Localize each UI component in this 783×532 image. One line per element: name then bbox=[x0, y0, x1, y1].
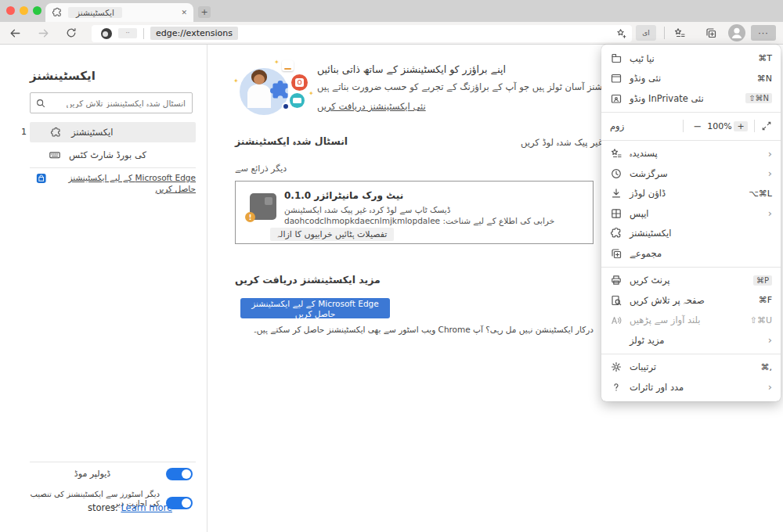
search-input[interactable] bbox=[46, 99, 192, 108]
target-badge bbox=[282, 102, 290, 110]
menu-item-read-aloud[interactable]: بلند آواز سے پڑھیں⇧⌘U bbox=[601, 311, 781, 331]
profile-avatar[interactable] bbox=[728, 24, 745, 41]
menu-item-new-tab[interactable]: نیا ٹیب⌘T bbox=[601, 49, 781, 69]
collections-icon[interactable] bbox=[705, 27, 717, 39]
reload-button[interactable] bbox=[65, 27, 78, 39]
menu-zoom-row: زوم−100%+ bbox=[601, 116, 781, 137]
other-stores-toggle[interactable] bbox=[166, 497, 193, 509]
search-box[interactable] bbox=[30, 92, 193, 113]
minimize-window-button[interactable] bbox=[20, 6, 28, 15]
warning-badge-icon: ! bbox=[245, 212, 255, 222]
menu-item-label: ڈاؤن لوڈز bbox=[630, 188, 666, 199]
sparkle-icon: ✦ bbox=[274, 59, 280, 66]
menu-separator bbox=[601, 354, 781, 354]
other-sources-label: دیگر ذرائع سے bbox=[235, 164, 287, 174]
apps-icon bbox=[610, 207, 622, 220]
settings-icon bbox=[610, 361, 622, 373]
close-tab-icon[interactable]: ✕ bbox=[181, 9, 187, 16]
address-bar[interactable]: ·· edge://extensions bbox=[92, 25, 632, 42]
developer-mode-toggle[interactable] bbox=[166, 468, 193, 480]
site-info-icon[interactable] bbox=[101, 28, 112, 39]
sparkle-icon: ✦ bbox=[309, 90, 314, 97]
get-extensions-link[interactable]: Microsoft Edge کے لیے ایکسٹینشنز حاصل کر… bbox=[52, 172, 196, 194]
new-inprivate-window-icon bbox=[610, 92, 622, 105]
menu-item-label: نئی ونڈو bbox=[630, 73, 661, 84]
menu-item-more-tools[interactable]: مزید ٹولز› bbox=[601, 330, 781, 350]
menu-item-collections[interactable]: مجموعے bbox=[601, 243, 781, 264]
illustration-card-badge bbox=[282, 60, 294, 71]
menu-item-label: مزید ٹولز bbox=[630, 335, 664, 346]
menu-item-label: بلند آواز سے پڑھیں bbox=[630, 315, 701, 325]
lock-badge bbox=[291, 74, 308, 91]
menu-item-help-feedback[interactable]: مدد اور تاثرات› bbox=[601, 377, 781, 397]
back-button[interactable] bbox=[9, 27, 22, 40]
menu-item-history[interactable]: سرگزشت› bbox=[601, 164, 781, 184]
maximize-window-button[interactable] bbox=[33, 6, 41, 15]
chevron-right-icon: › bbox=[768, 168, 772, 178]
toolbar-separator bbox=[664, 27, 665, 39]
developer-mode-label: ڈیولپر موڈ bbox=[30, 469, 155, 479]
extension-actions[interactable]: تفصیلات ہٹائیں خرابیوں کا ازالہ bbox=[270, 228, 394, 241]
focus-badge: 1 bbox=[21, 127, 27, 137]
menu-item-label: نیا ٹیب bbox=[630, 53, 655, 64]
menu-separator bbox=[601, 140, 781, 141]
fullscreen-icon[interactable] bbox=[761, 120, 772, 131]
shortcut-label: ⌘P bbox=[753, 275, 772, 286]
store-bag-icon bbox=[36, 172, 46, 185]
menu-item-label: ایپس bbox=[630, 208, 649, 219]
menu-item-label: سرگزشت bbox=[630, 168, 668, 179]
menu-item-favorites[interactable]: پسندیدہ› bbox=[601, 144, 781, 164]
zoom-value: 100% bbox=[705, 121, 734, 131]
zoom-divider bbox=[754, 120, 755, 132]
settings-and-more-button[interactable]: ··· bbox=[751, 25, 776, 41]
sidebar-item-extensions[interactable]: ایکسٹینشنز bbox=[30, 122, 196, 142]
url-text[interactable]: edge://extensions bbox=[150, 27, 238, 40]
store-link-row[interactable]: Microsoft Edge کے لیے ایکسٹینشنز حاصل کر… bbox=[36, 172, 196, 194]
zoom-in-button[interactable]: + bbox=[734, 121, 748, 131]
menu-item-label: پسندیدہ bbox=[630, 148, 658, 159]
browser-toolbar: ·· edge://extensions ای ··· bbox=[0, 22, 783, 45]
forward-button[interactable] bbox=[37, 27, 50, 40]
extension-card: ! نیٹ ورک مانیٹرائزر 0.1.0 ڈیسک ٹاپ سے ل… bbox=[235, 181, 594, 244]
favorites-bar-icon[interactable] bbox=[673, 27, 686, 39]
menu-item-downloads[interactable]: ڈاؤن لوڈز⌥⌘L bbox=[601, 184, 781, 204]
find-on-page-icon bbox=[610, 294, 622, 307]
close-window-button[interactable] bbox=[6, 6, 15, 15]
load-unpacked-link[interactable]: غیر پیک شدہ لوڈ کریں bbox=[521, 137, 603, 148]
history-icon bbox=[610, 167, 622, 180]
edge-browser-window: ایکسٹینشنز ✕ + ·· edge://extensions ای ·… bbox=[0, 0, 783, 532]
hero-title: اپنے براؤزر کو ایکسٹینشنز کے ساتھ ذاتی ب… bbox=[317, 63, 630, 76]
add-favorite-icon[interactable] bbox=[615, 27, 627, 39]
menu-item-new-inprivate-window[interactable]: نئی InPrivate ونڈو⇧⌘N bbox=[601, 88, 781, 109]
menu-item-print[interactable]: پرنٹ کریں⌘P bbox=[601, 271, 781, 291]
chevron-right-icon: › bbox=[768, 208, 772, 218]
search-icon bbox=[35, 98, 46, 109]
extension-glyph: ای bbox=[642, 29, 650, 37]
shortcut-label: ⌘, bbox=[761, 362, 773, 372]
get-extensions-button[interactable]: Microsoft Edge کے لیے ایکسٹینشنز حاصل کر… bbox=[240, 298, 390, 318]
discover-heading: مزید ایکسٹینشنز دریافت کریں bbox=[235, 274, 381, 286]
extensions-icon bbox=[610, 227, 622, 239]
chrome-store-note: درکار ایکسٹینشن نہیں مل رہی؟ آپ Chrome و… bbox=[235, 325, 594, 335]
other-stores-label-line2: stores. Learn more bbox=[88, 502, 172, 513]
favorites-icon bbox=[610, 147, 622, 160]
extension-toolbar-button[interactable]: ای bbox=[636, 25, 656, 41]
zoom-label: زوم bbox=[610, 120, 624, 131]
read-aloud-icon bbox=[610, 314, 622, 326]
learn-more-link[interactable]: Learn more bbox=[121, 502, 172, 513]
browser-tab-extensions[interactable]: ایکسٹینشنز ✕ bbox=[45, 3, 193, 22]
sidebar-divider bbox=[30, 167, 196, 168]
menu-item-extensions[interactable]: ایکسٹینشنز bbox=[601, 224, 781, 244]
sidebar-item-keyboard-shortcuts[interactable]: کی بورڈ شارٹ کٹس bbox=[30, 146, 196, 164]
menu-item-apps[interactable]: ایپس› bbox=[601, 203, 781, 224]
new-tab-button[interactable]: + bbox=[198, 6, 211, 18]
menu-item-find-on-page[interactable]: صفحہ پر تلاش کریں⌘F bbox=[601, 290, 781, 311]
zoom-out-button[interactable]: − bbox=[690, 120, 705, 132]
sidebar-title: ایکسٹینشنز bbox=[30, 69, 96, 83]
discover-extensions-link[interactable]: نئی ایکسٹینشنز دریافت کریں bbox=[317, 101, 426, 112]
menu-item-label: نئی InPrivate ونڈو bbox=[630, 93, 704, 104]
menu-item-settings[interactable]: ترتیبات⌘, bbox=[601, 358, 781, 378]
menu-item-new-window[interactable]: نئی ونڈو⌘N bbox=[601, 69, 781, 89]
menu-item-label: پرنٹ کریں bbox=[630, 275, 669, 286]
puzzle-favicon-icon bbox=[52, 7, 63, 18]
